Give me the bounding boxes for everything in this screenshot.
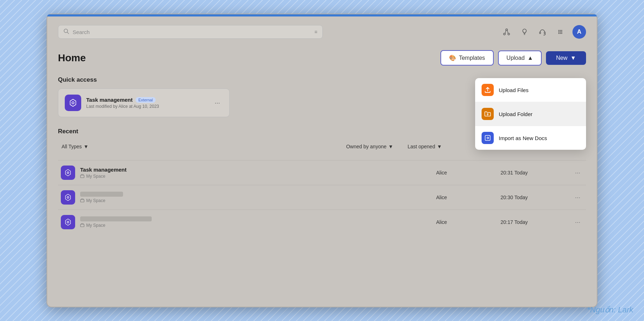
row-owner: Alice xyxy=(436,195,501,200)
table-row[interactable]: My Space Alice 20:30 Today ··· xyxy=(58,185,586,210)
filter-icon[interactable]: ≡ xyxy=(314,29,317,35)
user-avatar[interactable]: A xyxy=(572,25,586,39)
card-more-options[interactable]: ··· xyxy=(212,98,223,108)
import-docs-label: Import as New Docs xyxy=(499,135,547,141)
external-badge: External xyxy=(136,97,156,103)
row-time: 20:30 Today xyxy=(501,195,572,200)
row-space: My Space xyxy=(80,198,436,203)
svg-point-4 xyxy=(508,33,510,35)
row-space: My Space xyxy=(80,174,436,179)
row-more-options[interactable]: ··· xyxy=(572,217,583,227)
svg-line-5 xyxy=(505,30,506,33)
owned-by-filter[interactable]: Owned by anyone ▼ xyxy=(342,142,397,152)
card-meta: Last modified by Alice at Aug 10, 2023 xyxy=(86,104,207,109)
templates-label: Templates xyxy=(459,55,485,61)
upload-files-label: Upload Files xyxy=(499,87,528,93)
upload-label: Upload xyxy=(507,55,525,61)
search-icon xyxy=(63,28,69,35)
grid-apps-icon[interactable] xyxy=(555,26,566,38)
row-info: My Space xyxy=(80,192,436,203)
upload-chevron: ▲ xyxy=(527,55,533,61)
all-types-filter[interactable]: All Types ▼ xyxy=(58,142,92,152)
new-label: New xyxy=(556,55,567,61)
search-area: Search ≡ xyxy=(58,25,518,39)
row-time: 20:17 Today xyxy=(501,219,572,225)
share-icon[interactable] xyxy=(501,26,512,38)
upload-button[interactable]: Upload ▲ xyxy=(498,51,542,66)
recent-table: Task management My Space Alice 20:31 Tod… xyxy=(58,160,586,234)
import-docs-icon xyxy=(482,132,494,144)
row-space: My Space xyxy=(80,223,436,228)
svg-line-1 xyxy=(67,32,69,34)
svg-line-6 xyxy=(507,30,508,33)
svg-rect-10 xyxy=(544,32,545,34)
svg-rect-9 xyxy=(540,32,541,34)
svg-point-2 xyxy=(506,29,508,31)
row-icon xyxy=(61,215,75,229)
app-window: Search ≡ xyxy=(47,14,597,307)
headset-icon[interactable] xyxy=(537,26,548,38)
svg-point-14 xyxy=(558,32,560,33)
upload-folder-item[interactable]: Upload Folder xyxy=(475,102,586,126)
svg-point-19 xyxy=(561,33,562,34)
row-info: Task management My Space xyxy=(80,167,436,179)
templates-emoji: 🎨 xyxy=(449,54,456,61)
card-info: Task management External Last modified b… xyxy=(86,97,207,109)
top-bar xyxy=(47,14,597,16)
search-bar[interactable]: Search ≡ xyxy=(58,25,323,39)
svg-point-27 xyxy=(67,197,69,198)
table-row[interactable]: Task management My Space Alice 20:31 Tod… xyxy=(58,160,586,185)
page-title: Home xyxy=(58,52,86,64)
svg-rect-30 xyxy=(80,224,84,227)
card-name: Task management External xyxy=(86,97,207,103)
row-name-blurred xyxy=(80,216,152,221)
svg-point-12 xyxy=(560,30,561,31)
svg-point-11 xyxy=(558,30,560,31)
new-chevron: ▼ xyxy=(570,55,576,61)
new-button[interactable]: New ▼ xyxy=(546,51,586,65)
row-owner: Alice xyxy=(436,170,501,176)
last-opened-filter[interactable]: Last opened ▼ xyxy=(404,142,445,152)
row-name-blurred xyxy=(80,192,123,197)
row-name: Task management xyxy=(80,167,436,173)
svg-point-17 xyxy=(558,33,560,34)
row-icon xyxy=(61,166,75,180)
upload-files-item[interactable]: Upload Files xyxy=(475,78,586,102)
table-row[interactable]: My Space Alice 20:17 Today ··· xyxy=(58,210,586,234)
svg-rect-28 xyxy=(80,200,84,202)
row-more-options[interactable]: ··· xyxy=(572,168,583,178)
row-owner: Alice xyxy=(436,219,501,225)
svg-point-29 xyxy=(67,221,69,223)
row-time: 20:31 Today xyxy=(501,170,572,176)
svg-point-15 xyxy=(560,32,561,33)
header-buttons: 🎨 Templates Upload ▲ New ▼ xyxy=(440,50,586,66)
svg-point-18 xyxy=(560,33,561,34)
import-docs-item[interactable]: Import as New Docs xyxy=(475,126,586,150)
home-header: Home 🎨 Templates Upload ▲ New ▼ xyxy=(58,50,586,66)
upload-folder-icon xyxy=(482,108,494,120)
bulb-icon[interactable] xyxy=(519,26,530,38)
upload-folder-label: Upload Folder xyxy=(499,111,532,117)
row-info: My Space xyxy=(80,216,436,228)
svg-point-3 xyxy=(504,33,506,35)
templates-button[interactable]: 🎨 Templates xyxy=(440,50,494,66)
upload-dropdown-menu: Upload Files Upload Folder Import as New… xyxy=(475,78,586,150)
top-right-icons: A xyxy=(501,25,586,39)
svg-point-20 xyxy=(72,102,74,104)
task-management-icon xyxy=(65,95,81,111)
quick-access-card[interactable]: Task management External Last modified b… xyxy=(58,88,230,117)
svg-point-16 xyxy=(561,32,562,33)
upload-files-icon xyxy=(482,84,494,96)
svg-point-25 xyxy=(67,172,69,174)
svg-point-13 xyxy=(561,30,562,31)
row-more-options[interactable]: ··· xyxy=(572,192,583,203)
svg-rect-26 xyxy=(80,175,84,178)
row-icon xyxy=(61,190,75,205)
search-placeholder: Search xyxy=(73,29,311,35)
watermark: *Nguồn: Lark xyxy=(587,305,633,315)
